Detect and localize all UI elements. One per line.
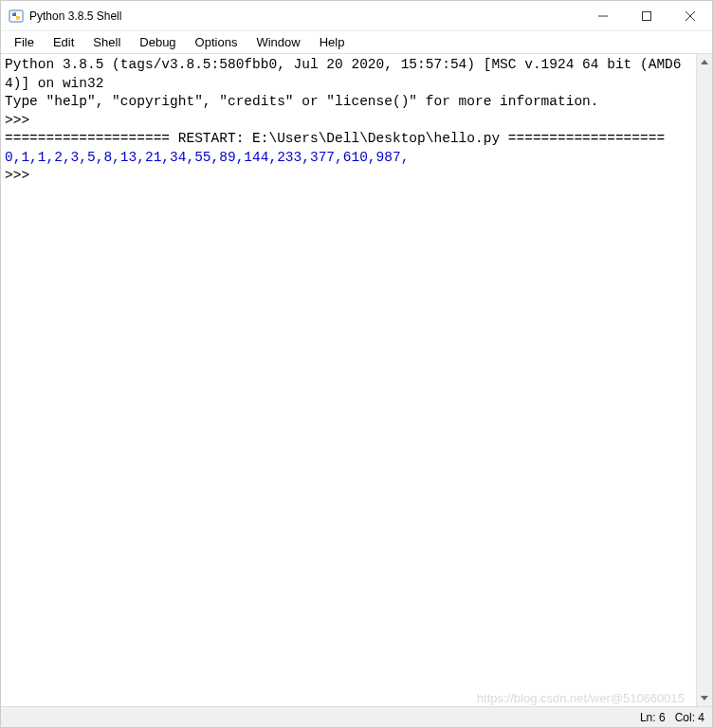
- menu-window[interactable]: Window: [247, 33, 309, 51]
- status-line: Ln: 6: [640, 711, 666, 724]
- console-help-line: Type "help", "copyright", "credits" or "…: [5, 94, 599, 109]
- close-button[interactable]: [668, 1, 712, 31]
- menu-file[interactable]: File: [5, 33, 44, 51]
- menu-edit[interactable]: Edit: [44, 33, 83, 51]
- scroll-track[interactable]: [697, 70, 712, 690]
- window-controls: [581, 1, 712, 31]
- content-wrapper: Python 3.8.5 (tags/v3.8.5:580fbb0, Jul 2…: [1, 54, 712, 706]
- menu-bar: File Edit Shell Debug Options Window Hel…: [1, 31, 712, 54]
- status-column: Col: 4: [675, 711, 704, 724]
- menu-shell[interactable]: Shell: [83, 33, 130, 51]
- console-output: 0,1,1,2,3,5,8,13,21,34,55,89,144,233,377…: [5, 150, 409, 165]
- scroll-up-arrow[interactable]: [697, 54, 712, 70]
- console-version-line: Python 3.8.5 (tags/v3.8.5:580fbb0, Jul 2…: [5, 57, 682, 91]
- menu-debug[interactable]: Debug: [130, 33, 185, 51]
- scroll-down-arrow[interactable]: [697, 690, 712, 706]
- window-title: Python 3.8.5 Shell: [29, 9, 581, 23]
- console-restart-line: ==================== RESTART: E:\Users\D…: [5, 131, 665, 146]
- vertical-scrollbar[interactable]: [696, 54, 712, 706]
- title-bar: Python 3.8.5 Shell: [1, 1, 712, 31]
- app-icon: [9, 9, 24, 24]
- console-area[interactable]: Python 3.8.5 (tags/v3.8.5:580fbb0, Jul 2…: [1, 54, 696, 706]
- minimize-button[interactable]: [581, 1, 625, 31]
- status-bar: Ln: 6 Col: 4: [1, 706, 712, 727]
- console-prompt: >>>: [5, 168, 38, 183]
- maximize-button[interactable]: [625, 1, 668, 31]
- svg-point-1: [13, 12, 14, 13]
- menu-help[interactable]: Help: [310, 33, 355, 51]
- svg-rect-4: [643, 11, 651, 20]
- menu-options[interactable]: Options: [186, 33, 247, 51]
- svg-point-2: [18, 18, 19, 19]
- console-prompt: >>>: [5, 113, 38, 128]
